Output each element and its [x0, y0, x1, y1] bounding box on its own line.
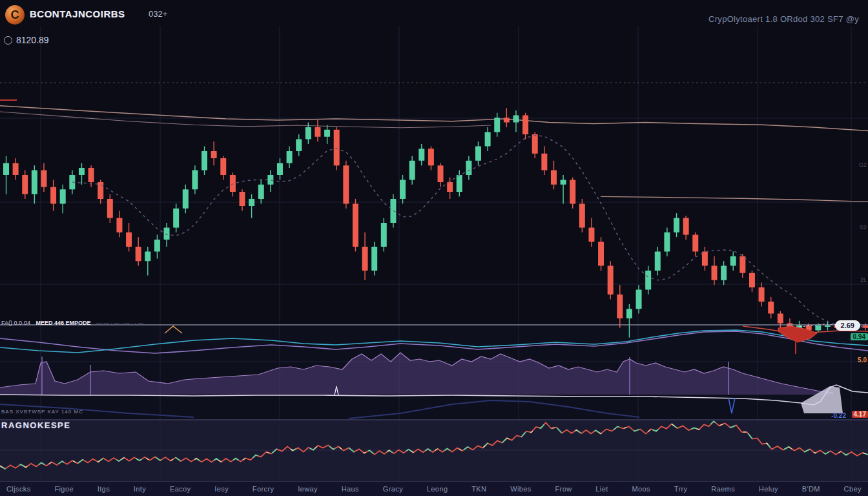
last-price: 8120.89 [16, 35, 49, 45]
indicator-trail: ——·—·—··— [96, 320, 145, 326]
status-text: CrypOlytoaert 1.8 ORdod 302 SF7 @y [708, 14, 859, 24]
indicator-label[interactable]: FA() 0.0·04 MEED 446 EMPODE ——·—·—··— [1, 320, 145, 326]
osc-value-label: -0.22 [831, 412, 846, 419]
last-price-badge: 0.94 [851, 333, 868, 340]
brand-logo-icon[interactable]: C [5, 5, 25, 25]
indicator-params: MEED 446 EMPODE [36, 320, 91, 326]
time-axis-label: Cljscks [6, 485, 31, 493]
oscillator-panel-title[interactable]: RAGNOKESPE [1, 420, 70, 430]
sub-indicator-label: BAS XVBTWSP KAY 140 MC [1, 409, 83, 415]
price-bubble: 2.69 [835, 320, 860, 331]
time-axis-label: Liet [595, 485, 608, 493]
time-axis-label: Moos [632, 485, 650, 493]
time-axis-label: Haus [342, 485, 359, 493]
coin-icon [4, 36, 12, 45]
time-axis-label: Forcry [253, 485, 274, 493]
time-axis-label: Wibes [510, 485, 532, 493]
time-axis-label: Raems [711, 485, 735, 493]
time-axis-label: Trry [674, 485, 688, 493]
time-axis-label: Heluy [759, 485, 778, 493]
time-axis-label: Leong [427, 485, 448, 493]
osc-price-badge: 4.17 [852, 411, 868, 418]
axis-label-dim-2: S2 [860, 224, 867, 231]
time-axis-label: B'DM [802, 485, 820, 493]
time-axis-label: Iesy [214, 485, 229, 493]
axis-label-dim-1: G2 [859, 161, 867, 168]
time-axis-label: Eacoy [170, 485, 191, 493]
mid-axis-label: 5.0 [858, 356, 867, 364]
time-axis-label: Gracy [383, 485, 403, 493]
header-badge[interactable]: 032+ [149, 9, 167, 19]
time-axis-label: Figoe [54, 485, 74, 493]
price-row: 8120.89 [4, 35, 49, 45]
brand-title: BCONTAJNCOIRBS [30, 8, 125, 19]
time-axis-label: Frow [555, 485, 572, 493]
time-axis-label: Ieway [298, 485, 318, 493]
panel-backgrounds [0, 0, 868, 496]
time-axis[interactable]: CljscksFigoeItgsIntyEacoyIesyForcryIeway… [0, 481, 868, 496]
time-axis-label: Cbey [844, 485, 862, 493]
time-axis-label: Inty [134, 485, 146, 493]
time-axis-label: Itgs [98, 485, 110, 493]
indicator-name: FA() 0.0·04 [1, 320, 30, 326]
axis-label-dim-3: 2L [860, 276, 867, 283]
time-axis-label: TKN [471, 485, 486, 493]
price-chart-canvas[interactable] [0, 0, 868, 496]
trading-chart-app: C BCONTAJNCOIRBS 032+ 8120.89 CrypOlytoa… [0, 0, 868, 496]
